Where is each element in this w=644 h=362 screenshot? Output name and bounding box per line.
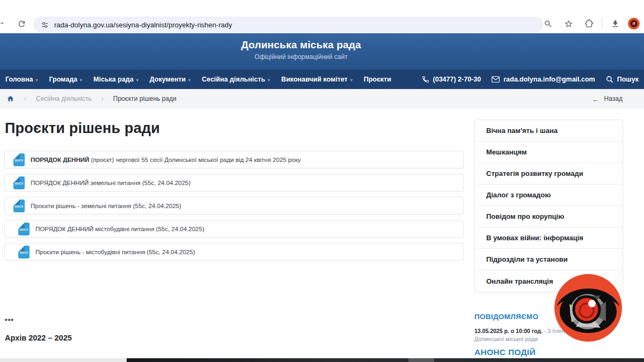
back-arrow-icon: ← [592, 94, 600, 104]
breadcrumb-sesiyna-diyalnist[interactable]: Сесійна діяльність [36, 95, 92, 102]
back-button[interactable]: ← Назад [592, 94, 623, 104]
archive-link[interactable]: Архів 2022 – 2025 [5, 334, 72, 342]
sidebar-item-viyna-informatsiya[interactable]: В умовах війни: інформація [475, 227, 623, 249]
search-label: Пошук [617, 76, 639, 83]
document-row[interactable]: DOCX Проєкти рішень - земельні питання (… [4, 197, 464, 215]
search-icon [606, 76, 613, 83]
breadcrumb-current: Проєкти рішень ради [113, 95, 177, 102]
nav-item-vykonavchyi-komitet[interactable]: Виконавчий комітет▾ [281, 76, 353, 83]
home-icon[interactable] [6, 95, 14, 102]
bookmark-star-icon[interactable] [561, 16, 576, 31]
docx-file-icon: DOCX [13, 153, 25, 166]
envelope-icon [492, 76, 500, 83]
phone-icon [422, 76, 429, 83]
url-text[interactable]: rada-dolyna.gov.ua/sesiyna-diyalnist/pro… [54, 21, 232, 29]
email-link[interactable]: rada.dolyna.info@gmail.com [492, 76, 595, 83]
email-address: rada.dolyna.info@gmail.com [503, 76, 595, 83]
eye-camera-watermark-logo [553, 273, 623, 343]
sidebar-menu: Вічна пам'ять і шана Мешканцям Стратегія… [474, 120, 623, 292]
toolbar-divider [602, 19, 602, 28]
document-title: ПОРЯДОК ДЕННИЙ земельні питання (55с, 24… [31, 180, 191, 186]
nav-item-hromada[interactable]: Громада▾ [49, 76, 82, 83]
main-navigation: Головна▾ Громада▾ Міська рада▾ Документи… [0, 70, 644, 89]
site-subtitle: Офіційний інформаційний сайт [0, 53, 602, 61]
sidebar-item-koruptsiya[interactable]: Повідом про корупцію [475, 206, 623, 227]
bottom-edge-strip [0, 358, 644, 362]
sidebar-item-pidrozdily[interactable]: Підрозділи та установи [475, 249, 623, 270]
nav-item-miska-rada[interactable]: Міська рада▾ [93, 76, 138, 83]
document-row[interactable]: DOCX ПОРЯДОК ДЕННИЙ містобудівні питання… [4, 220, 464, 238]
chevron-down-icon: ▾ [80, 78, 82, 83]
docx-file-icon: DOCX [13, 176, 25, 189]
chevron-right-icon: › [24, 95, 26, 102]
bottom-strip-segment [408, 358, 434, 362]
phone-link[interactable]: (03477) 2-70-30 [422, 76, 481, 83]
sidebar-item-dialoh[interactable]: Діалог з громадою [475, 184, 623, 206]
reload-icon[interactable] [14, 16, 29, 31]
docx-file-icon: DOCX [18, 223, 30, 235]
downloads-icon[interactable] [608, 16, 623, 31]
chevron-down-icon: ▾ [268, 78, 270, 83]
browser-chrome: → rada-dolyna.gov.ua/sesiyna-diyalnist/p… [0, 0, 644, 33]
document-row[interactable]: DOCX Проєкти рішень - містобудівні питан… [4, 243, 464, 261]
document-row[interactable]: DOCX ПОРЯДОК ДЕННИЙ (проєкт) чергової 55… [4, 151, 464, 168]
separator-stars: *** [5, 317, 14, 325]
site-title[interactable]: Долинська міська рада [0, 39, 602, 51]
phone-number: (03477) 2-70-30 [433, 76, 481, 83]
breadcrumb: › Сесійна діяльність › Проєкти рішень ра… [0, 89, 644, 108]
events-heading[interactable]: АНОНС ПОДІЙ [474, 348, 536, 357]
zoom-out-icon[interactable] [540, 16, 555, 31]
docx-file-icon: DOCX [13, 200, 25, 212]
page-title: Проєкти рішень ради [5, 120, 160, 137]
bottom-strip-left [0, 358, 127, 362]
sidebar-item-stratehiya[interactable]: Стратегія розвитку громади [475, 163, 623, 184]
bottom-strip-dark [127, 358, 644, 362]
docx-file-icon: DOCX [18, 246, 30, 258]
document-title: (проєкт) чергової 55 сесії Долинської мі… [89, 157, 301, 163]
chevron-down-icon: ▾ [350, 78, 353, 83]
forward-icon[interactable]: → [0, 16, 5, 27]
chevron-down-icon: ▾ [35, 78, 38, 83]
nav-item-proyekty[interactable]: Проєкти [364, 76, 391, 83]
site-header: Долинська міська рада Офіційний інформац… [0, 33, 644, 70]
nav-item-dokumenty[interactable]: Документи▾ [150, 76, 191, 83]
nav-item-holovna[interactable]: Головна▾ [5, 76, 38, 83]
chevron-right-icon: › [101, 95, 104, 102]
chevron-down-icon: ▾ [188, 78, 191, 83]
sidebar-item-vichna-pamyat[interactable]: Вічна пам'ять і шана [475, 120, 623, 142]
chevron-down-icon: ▾ [136, 78, 138, 83]
nav-item-sesiyna-diyalnist[interactable]: Сесійна діяльність▾ [202, 76, 270, 83]
page: → rada-dolyna.gov.ua/sesiyna-diyalnist/p… [0, 0, 644, 362]
sidebar-item-meshkantsyam[interactable]: Мешканцям [475, 142, 623, 163]
site-settings-icon[interactable] [41, 21, 49, 29]
profile-avatar[interactable] [628, 18, 640, 29]
document-title-bold: ПОРЯДОК ДЕННИЙ [31, 157, 89, 163]
document-title: Проєкти рішень - земельні питання (55с, … [31, 203, 181, 209]
document-row[interactable]: DOCX ПОРЯДОК ДЕННИЙ земельні питання (55… [4, 174, 464, 191]
extensions-icon[interactable] [581, 16, 596, 31]
search-button[interactable]: Пошук [606, 76, 639, 83]
document-title: Проєкти рішень - містобудівні питання (5… [35, 249, 195, 255]
document-title: ПОРЯДОК ДЕННИЙ містобудівні питання (55с… [35, 226, 204, 232]
announcement-date: 13.05.2025 р. о 10:00 год. [474, 328, 543, 334]
address-bar[interactable]: rada-dolyna.gov.ua/sesiyna-diyalnist/pro… [33, 17, 543, 33]
